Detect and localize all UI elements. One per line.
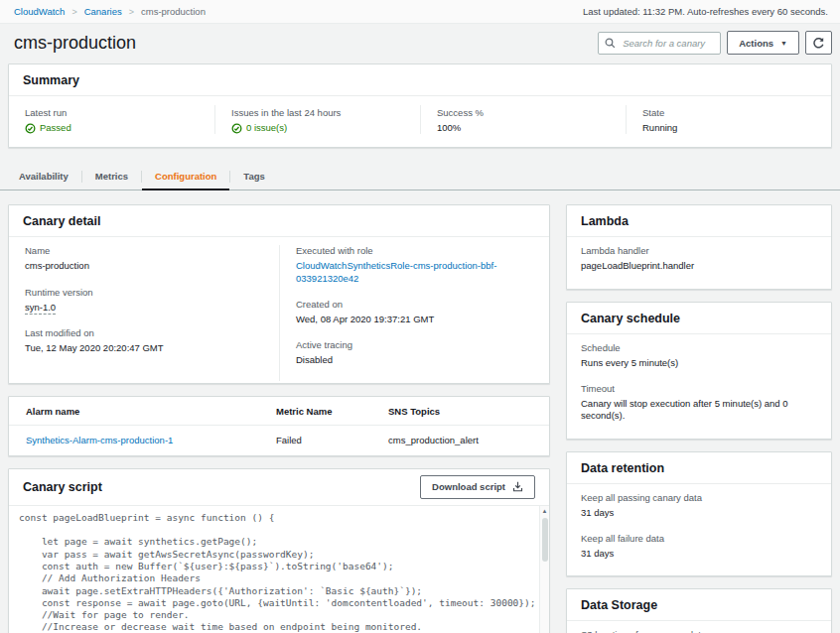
right-column: Lambda Lambda handler pageLoadBlueprint.… (566, 204, 832, 633)
field-failure-retention: Keep all failure data 31 days (581, 533, 817, 560)
canary-script-title: Canary script (23, 480, 102, 494)
breadcrumb-separator-icon: > (129, 7, 134, 17)
script-code-area: const pageLoadBlueprint = async function… (9, 506, 549, 633)
field-s3-location: S3 location of canary run data (581, 629, 817, 633)
field-lambda-handler: Lambda handler pageLoadBlueprint.handler (581, 245, 817, 272)
summary-item-label: Issues in the last 24 hours (231, 107, 404, 118)
tab-availability[interactable]: Availability (6, 163, 81, 190)
data-storage-body: S3 location of canary run data (567, 621, 831, 633)
data-storage-card: Data Storage S3 location of canary run d… (566, 588, 832, 633)
download-icon (512, 481, 523, 492)
summary-issues: Issues in the last 24 hours 0 issue(s) (214, 105, 420, 134)
field-active-tracing: Active tracing Disabled (296, 339, 533, 366)
alarm-name-link[interactable]: Synthetics-Alarm-cms-production-1 (9, 426, 259, 455)
summary-item-label: Success % (437, 107, 610, 118)
page-title: cms-production (14, 33, 136, 54)
metric-name-cell: Failed (259, 426, 371, 455)
refresh-icon (812, 37, 825, 50)
canary-schedule-title: Canary schedule (567, 303, 831, 334)
data-retention-body: Keep all passing canary data 31 days Kee… (567, 484, 831, 576)
field-timeout: Timeout Canary will stop execution after… (581, 383, 817, 423)
sns-topics-cell: cms_production_alert (371, 426, 549, 455)
summary-item-value: 0 issue(s) (231, 122, 404, 134)
canary-detail-left: Name cms-production Runtime version syn-… (9, 245, 279, 380)
column-header-metric-name: Metric Name (259, 397, 371, 425)
script-scrollbar[interactable]: ▲ (539, 506, 549, 633)
breadcrumb-separator-icon: > (71, 7, 76, 17)
breadcrumb-link-cloudwatch[interactable]: CloudWatch (14, 6, 65, 17)
canary-detail-right: Executed with role CloudWatchSyntheticsR… (279, 245, 549, 380)
summary-item-value: Passed (25, 122, 199, 134)
summary-state: State Running (626, 105, 831, 134)
data-storage-title: Data Storage (567, 589, 831, 621)
refresh-button[interactable] (805, 31, 832, 55)
last-updated-text: Last updated: 11:32 PM. Auto-refreshes e… (583, 6, 828, 17)
header-controls: Actions ▼ (598, 31, 832, 55)
summary-body: Latest run Passed Issues in the last 24 … (9, 96, 831, 147)
field-passing-retention: Keep all passing canary data 31 days (581, 492, 817, 519)
field-schedule: Schedule Runs every 5 minute(s) (581, 342, 817, 369)
field-name: Name cms-production (25, 245, 263, 272)
lambda-title: Lambda (567, 205, 831, 237)
canary-schedule-body: Schedule Runs every 5 minute(s) Timeout … (567, 334, 831, 439)
summary-title: Summary (9, 64, 831, 96)
field-runtime-version: Runtime version syn-1.0 (25, 287, 263, 314)
status-badge: Running (642, 122, 815, 134)
search-icon (605, 38, 616, 49)
tab-configuration[interactable]: Configuration (142, 163, 229, 190)
top-bar: CloudWatch > Canaries > cms-production L… (0, 0, 840, 24)
canary-detail-title: Canary detail (9, 205, 549, 237)
role-link[interactable]: CloudWatchSyntheticsRole-cms-production-… (296, 260, 533, 285)
breadcrumb: CloudWatch > Canaries > cms-production (14, 6, 206, 17)
scrollbar-up-icon[interactable]: ▲ (542, 506, 548, 516)
data-retention-card: Data retention Keep all passing canary d… (566, 451, 832, 577)
summary-success-pct: Success % 100% (420, 105, 626, 134)
download-script-label: Download script (432, 481, 505, 492)
left-column: Canary detail Name cms-production Runtim… (8, 204, 550, 633)
summary-latest-run: Latest run Passed (9, 105, 214, 134)
check-circle-icon (231, 123, 242, 134)
field-executed-role: Executed with role CloudWatchSyntheticsR… (296, 245, 533, 285)
breadcrumb-link-canaries[interactable]: Canaries (84, 6, 122, 17)
table-header-row: Alarm name Metric Name SNS Topics (9, 397, 549, 426)
download-script-button[interactable]: Download script (420, 475, 535, 499)
canary-detail-card: Canary detail Name cms-production Runtim… (8, 204, 550, 383)
summary-item-value: 100% (437, 122, 610, 134)
lambda-card: Lambda Lambda handler pageLoadBlueprint.… (566, 204, 832, 289)
summary-item-label: State (642, 107, 815, 118)
breadcrumb-current: cms-production (141, 6, 206, 17)
column-header-alarm-name: Alarm name (9, 397, 259, 425)
summary-card: Summary Latest run Passed Issues in the … (8, 63, 832, 148)
tab-tags[interactable]: Tags (230, 163, 277, 190)
search-input[interactable] (621, 37, 714, 50)
canary-schedule-card: Canary schedule Schedule Runs every 5 mi… (566, 302, 832, 440)
canary-script-card: Canary script Download script const page… (8, 468, 550, 633)
data-retention-title: Data retention (567, 452, 831, 484)
table-row: Synthetics-Alarm-cms-production-1 Failed… (9, 426, 549, 455)
alarms-table-card: Alarm name Metric Name SNS Topics Synthe… (8, 396, 550, 456)
lambda-body: Lambda handler pageLoadBlueprint.handler (567, 237, 831, 288)
summary-item-label: Latest run (25, 107, 199, 118)
content-area: Canary detail Name cms-production Runtim… (0, 190, 840, 633)
caret-down-icon: ▼ (780, 40, 787, 47)
actions-button-label: Actions (739, 38, 773, 49)
canary-search-box (598, 32, 721, 55)
field-last-modified: Last modified on Tue, 12 May 2020 20:20:… (25, 327, 263, 354)
tab-bar: Availability Metrics Configuration Tags (0, 163, 840, 190)
canary-detail-body: Name cms-production Runtime version syn-… (9, 237, 549, 382)
runtime-version-value: syn-1.0 (25, 302, 56, 315)
tab-metrics[interactable]: Metrics (82, 163, 141, 190)
column-header-sns-topics: SNS Topics (371, 397, 549, 425)
page-header: cms-production Actions ▼ (0, 24, 840, 63)
script-code: const pageLoadBlueprint = async function… (9, 506, 549, 633)
check-circle-icon (25, 123, 36, 134)
actions-button[interactable]: Actions ▼ (727, 31, 799, 55)
field-created-on: Created on Wed, 08 Apr 2020 19:37:21 GMT (296, 299, 533, 325)
scrollbar-thumb[interactable] (542, 518, 548, 562)
